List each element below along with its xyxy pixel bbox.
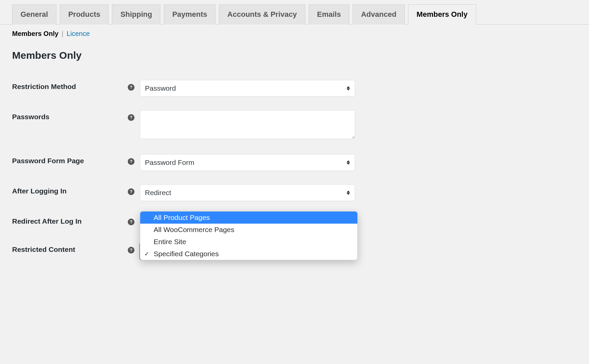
select-after-logging-in-value: Redirect (145, 189, 171, 196)
option-all-product-pages[interactable]: All Product Pages (140, 212, 357, 224)
subnav-members-only[interactable]: Members Only (12, 30, 58, 37)
checkmark-icon: ✓ (144, 250, 149, 258)
settings-form: Restriction Method ? Password Passwords … (0, 73, 589, 266)
label-restricted-content: Restricted Content (0, 236, 124, 266)
tab-general[interactable]: General (12, 4, 56, 25)
option-specified-categories[interactable]: ✓ Specified Categories (140, 248, 357, 260)
select-after-logging-in[interactable]: Redirect (140, 184, 355, 201)
restricted-content-dropdown[interactable]: All Product Pages All WooCommerce Pages … (140, 211, 358, 260)
row-passwords: Passwords ? (0, 103, 589, 147)
tab-shipping[interactable]: Shipping (112, 4, 160, 25)
select-redirect-after-login-container: All Product Pages All WooCommerce Pages … (140, 215, 576, 229)
help-icon[interactable]: ? (128, 219, 134, 225)
select-arrows-icon (347, 191, 350, 195)
label-redirect-after-login: Redirect After Log In (0, 208, 124, 236)
option-label: All Product Pages (154, 214, 210, 221)
tab-advanced[interactable]: Advanced (353, 4, 405, 25)
help-icon[interactable]: ? (128, 247, 134, 254)
settings-tabs: General Products Shipping Payments Accou… (0, 0, 589, 25)
option-all-woocommerce-pages[interactable]: All WooCommerce Pages (140, 224, 357, 236)
select-restriction-method-value: Password (145, 84, 176, 92)
option-label: All WooCommerce Pages (154, 226, 234, 233)
textarea-passwords[interactable] (140, 110, 355, 139)
select-arrows-icon (347, 161, 350, 165)
row-after-logging-in: After Logging In ? Redirect (0, 178, 589, 208)
help-icon[interactable]: ? (128, 158, 134, 165)
select-arrows-icon (347, 86, 350, 91)
row-restriction-method: Restriction Method ? Password (0, 73, 589, 103)
row-redirect-after-login: Redirect After Log In ? All Product Page… (0, 208, 589, 236)
help-icon[interactable]: ? (128, 188, 134, 195)
settings-wrap: General Products Shipping Payments Accou… (0, 0, 589, 280)
tab-products[interactable]: Products (60, 4, 109, 25)
tab-members-only[interactable]: Members Only (408, 4, 476, 25)
label-after-logging-in: After Logging In (0, 178, 124, 208)
tab-emails[interactable]: Emails (309, 4, 349, 25)
subnav-licence[interactable]: Licence (67, 30, 90, 37)
label-restriction-method: Restriction Method (0, 73, 124, 103)
option-label: Specified Categories (154, 250, 219, 258)
help-icon[interactable]: ? (128, 114, 134, 121)
option-label: Entire Site (154, 238, 186, 245)
tab-accounts-privacy[interactable]: Accounts & Privacy (219, 4, 305, 25)
help-icon[interactable]: ? (128, 84, 134, 91)
section-title: Members Only (12, 50, 589, 61)
select-password-form-page[interactable]: Password Form (140, 154, 355, 171)
tab-payments[interactable]: Payments (164, 4, 215, 25)
label-password-form-page: Password Form Page (0, 147, 124, 178)
option-entire-site[interactable]: Entire Site (140, 236, 357, 248)
row-password-form-page: Password Form Page ? Password Form (0, 147, 589, 178)
select-restriction-method[interactable]: Password (140, 80, 355, 97)
select-password-form-page-value: Password Form (145, 158, 194, 166)
label-passwords: Passwords (0, 103, 124, 147)
section-subnav: Members Only | Licence (0, 25, 589, 38)
subnav-separator: | (60, 30, 65, 37)
